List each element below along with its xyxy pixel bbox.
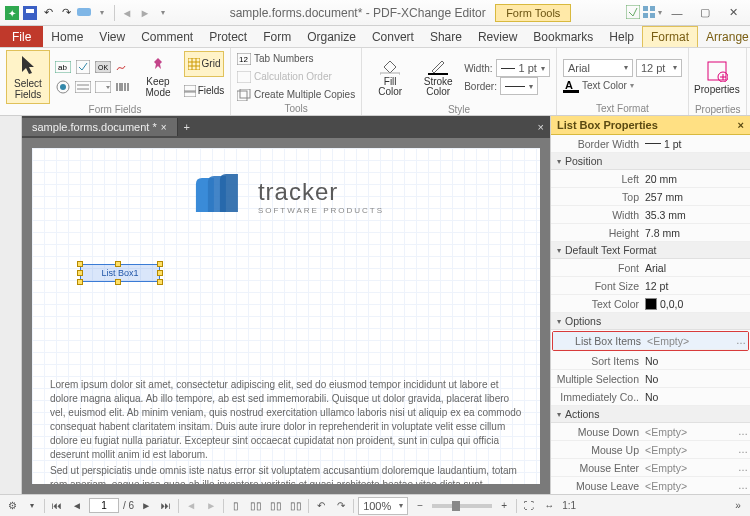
tabs-close-icon[interactable]: × <box>532 121 550 133</box>
multi-copies-button[interactable]: Create Multiple Copies <box>237 86 355 103</box>
signature-field-icon[interactable] <box>114 58 132 76</box>
zoom-combo[interactable]: 100%▾ <box>358 497 408 515</box>
page-input[interactable] <box>89 498 119 513</box>
prop-mouse-down[interactable]: Mouse Down<Empty>… <box>551 423 750 441</box>
rotate-cw-icon[interactable]: ↷ <box>333 498 349 514</box>
first-page-icon[interactable]: ⏮ <box>49 498 65 514</box>
add-tab-button[interactable]: + <box>178 121 196 133</box>
tab-form[interactable]: Form <box>255 26 299 47</box>
prop-font[interactable]: FontArial <box>551 259 750 277</box>
border-combo[interactable]: ▾ <box>500 77 538 95</box>
last-page-icon[interactable]: ⏭ <box>158 498 174 514</box>
undo-icon[interactable]: ↶ <box>40 5 56 21</box>
resize-handle[interactable] <box>157 261 163 267</box>
nav-fwd-icon[interactable]: ► <box>137 5 153 21</box>
left-nav-gutter[interactable] <box>0 116 22 494</box>
grid-button[interactable]: Grid <box>184 51 224 77</box>
more-icon[interactable]: … <box>736 480 750 491</box>
pane-close-icon[interactable]: × <box>738 119 744 131</box>
options-gear-icon[interactable]: ⚙ <box>4 498 20 514</box>
zoom-actual-icon[interactable]: 1:1 <box>561 498 577 514</box>
tab-help[interactable]: Help <box>601 26 642 47</box>
close-button[interactable]: ✕ <box>720 3 746 23</box>
prop-border-width[interactable]: Border Width1 pt <box>551 135 750 153</box>
minimize-button[interactable]: — <box>664 3 690 23</box>
document-canvas[interactable]: tracker SOFTWARE PRODUCTS List Box1 Lore… <box>22 138 550 494</box>
resize-handle[interactable] <box>77 270 83 276</box>
resize-handle[interactable] <box>115 279 121 285</box>
select-fields-button[interactable]: Select Fields <box>6 50 50 104</box>
fit-width-icon[interactable]: ↔ <box>541 498 557 514</box>
prop-width[interactable]: Width35.3 mm <box>551 206 750 224</box>
launch-icon[interactable] <box>626 5 640 21</box>
tab-numbers-button[interactable]: 12Tab Numbers <box>237 50 355 67</box>
prop-height[interactable]: Height7.8 mm <box>551 224 750 242</box>
layout-facing-icon[interactable]: ▯▯ <box>268 498 284 514</box>
text-field-icon[interactable]: ab <box>54 58 72 76</box>
stroke-color-button[interactable]: Stroke Color <box>416 50 460 104</box>
prop-font-size[interactable]: Font Size12 pt <box>551 277 750 295</box>
resize-handle[interactable] <box>77 279 83 285</box>
resize-handle[interactable] <box>157 270 163 276</box>
nav-more-icon[interactable]: ▾ <box>155 5 171 21</box>
document-tab[interactable]: sample.forms.document *× <box>22 118 178 136</box>
nav-fwd-status-icon[interactable]: ► <box>203 498 219 514</box>
resize-handle[interactable] <box>77 261 83 267</box>
text-color-button[interactable]: AText Color▾ <box>563 77 682 94</box>
calc-order-button[interactable]: Calculation Order <box>237 68 355 85</box>
more-icon[interactable]: … <box>736 444 750 455</box>
resize-handle[interactable] <box>157 279 163 285</box>
prop-text-color[interactable]: Text Color0,0,0 <box>551 295 750 313</box>
section-actions[interactable]: Actions <box>551 406 750 423</box>
fill-color-button[interactable]: Fill Color <box>368 50 412 104</box>
tab-arrange[interactable]: Arrange <box>698 26 750 47</box>
statusbar-more-icon[interactable]: » <box>730 498 746 514</box>
button-field-icon[interactable]: OK <box>94 58 112 76</box>
prop-list-box-items[interactable]: List Box Items<Empty>… <box>553 332 748 350</box>
more-icon[interactable]: … <box>736 426 750 437</box>
combo-field-icon[interactable] <box>94 78 112 96</box>
font-combo[interactable]: Arial▾ <box>563 59 633 77</box>
qat-more-icon[interactable]: ▾ <box>94 5 110 21</box>
fields-button[interactable]: Fields <box>184 78 224 104</box>
zoom-slider[interactable] <box>432 504 492 508</box>
tab-protect[interactable]: Protect <box>201 26 255 47</box>
tab-bookmarks[interactable]: Bookmarks <box>525 26 601 47</box>
save-icon[interactable] <box>22 5 38 21</box>
prop-top[interactable]: Top257 mm <box>551 188 750 206</box>
section-position[interactable]: Position <box>551 153 750 170</box>
prop-immediately-commit[interactable]: Immediately Co..No <box>551 388 750 406</box>
more-icon[interactable]: … <box>736 462 750 473</box>
listbox-field-icon[interactable] <box>74 78 92 96</box>
fontsize-combo[interactable]: 12 pt▾ <box>636 59 682 77</box>
tab-share[interactable]: Share <box>422 26 470 47</box>
ui-options-icon[interactable] <box>642 5 656 21</box>
more-icon[interactable]: … <box>734 335 748 346</box>
tab-review[interactable]: Review <box>470 26 525 47</box>
nav-back-icon[interactable]: ◄ <box>119 5 135 21</box>
zoom-out-icon[interactable]: − <box>412 498 428 514</box>
maximize-button[interactable]: ▢ <box>692 3 718 23</box>
tab-close-icon[interactable]: × <box>161 122 167 133</box>
prop-left[interactable]: Left20 mm <box>551 170 750 188</box>
nav-back-status-icon[interactable]: ◄ <box>183 498 199 514</box>
prop-mouse-leave[interactable]: Mouse Leave<Empty>… <box>551 477 750 494</box>
barcode-field-icon[interactable] <box>114 78 132 96</box>
tab-format[interactable]: Format <box>642 26 698 47</box>
zoom-in-icon[interactable]: + <box>496 498 512 514</box>
checkbox-field-icon[interactable] <box>74 58 92 76</box>
scan-icon[interactable] <box>76 5 92 21</box>
layout-single-icon[interactable]: ▯ <box>228 498 244 514</box>
section-options[interactable]: Options <box>551 313 750 330</box>
tab-comment[interactable]: Comment <box>133 26 201 47</box>
prev-page-icon[interactable]: ◄ <box>69 498 85 514</box>
fit-page-icon[interactable]: ⛶ <box>521 498 537 514</box>
layout-cont-icon[interactable]: ▯▯ <box>248 498 264 514</box>
prop-sort-items[interactable]: Sort ItemsNo <box>551 352 750 370</box>
resize-handle[interactable] <box>115 261 121 267</box>
keep-mode-button[interactable]: Keep Mode <box>136 50 180 104</box>
section-default-text[interactable]: Default Text Format <box>551 242 750 259</box>
radio-field-icon[interactable] <box>54 78 72 96</box>
prop-multiple-selection[interactable]: Multiple SelectionNo <box>551 370 750 388</box>
options-more-icon[interactable]: ▾ <box>24 498 40 514</box>
